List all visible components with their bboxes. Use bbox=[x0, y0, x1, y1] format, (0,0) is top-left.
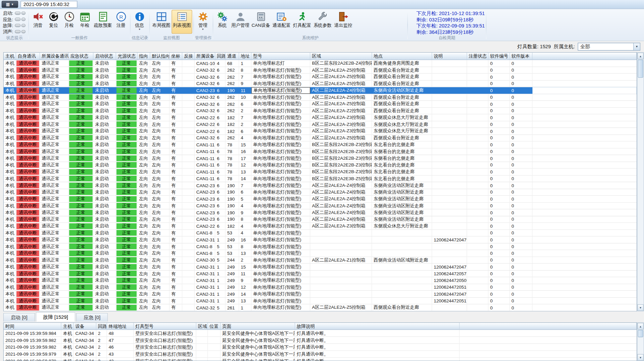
app-menu-button[interactable]: ▦ ▼ bbox=[2, 1, 18, 8]
system-button[interactable]: 系统 bbox=[214, 10, 230, 33]
table-row[interactable]: 本机通讯中断通讯正常正常未启动正常左向左向有CAN2-3262627单向地埋标志… bbox=[4, 74, 637, 80]
scroll-thumb[interactable] bbox=[638, 60, 643, 78]
table-row[interactable]: 本机通讯中断通讯正常正常未启动正常左向左向有CAN2-3262628单向地埋标志… bbox=[4, 67, 637, 74]
table-row[interactable]: 本机通讯中断通讯正常正常未启动正常左向左向有CAN1-85538单向地埋标志灯(… bbox=[4, 243, 637, 250]
tab-fault[interactable]: 故障 [1529] bbox=[36, 312, 75, 321]
table-row[interactable]: 本机通讯中断通讯正常正常未启动正常左向左向有CAN2-31124912单向地埋标… bbox=[4, 284, 637, 291]
table-row[interactable]: 本机通讯中断通讯正常正常未启动正常左向左向有CAN2-3262629单向地埋标志… bbox=[4, 80, 637, 87]
column-header[interactable]: 时间 bbox=[4, 323, 61, 330]
column-header[interactable]: 坐标 bbox=[170, 53, 182, 60]
scroll-thumb[interactable] bbox=[638, 330, 643, 337]
column-header[interactable]: 位置 bbox=[208, 323, 220, 330]
system-params-button[interactable]: 系统参数 bbox=[312, 10, 333, 33]
table-row[interactable]: 2021-09-09 15:39:59.982本机CAN2-34247壁挂安全出… bbox=[4, 337, 637, 344]
table-row[interactable]: 本机通讯中断通讯正常正常未启动正常左向左向有CAN2-3262626单向地埋标志… bbox=[4, 101, 637, 107]
table-row[interactable]: 本机通讯中断通讯正常正常未启动正常左向左向有CAN1-1167815单向地埋标志… bbox=[4, 141, 637, 148]
manage-button[interactable]: 管理▼ bbox=[195, 10, 211, 33]
fault-table-scrollbar[interactable]: ▲ ▼ bbox=[637, 322, 644, 361]
scroll-up-button[interactable]: ▲ bbox=[637, 323, 643, 330]
mute-button[interactable]: 消音 bbox=[30, 10, 46, 33]
column-header[interactable]: 终端地址 bbox=[107, 323, 134, 330]
table-row[interactable]: 2021-09-09 15:39:59.978本机CAN2-34242壁挂安全出… bbox=[4, 358, 637, 361]
scroll-down-button[interactable]: ▼ bbox=[637, 304, 643, 311]
table-row[interactable]: 本机通讯中断通讯正常正常未启动正常左向左向有CAN1-855313单向地埋标志灯… bbox=[4, 250, 637, 257]
table-row[interactable]: 本机通讯中断通讯正常正常未启动正常左向左向有CAN2-2361904单向地埋标志… bbox=[4, 203, 637, 209]
column-header[interactable]: 所属设备通讯 bbox=[40, 53, 69, 60]
register-button[interactable]: R注册 bbox=[113, 10, 129, 33]
column-header[interactable]: 故障说明 bbox=[295, 323, 460, 330]
table-row[interactable]: 本机通讯中断通讯正常正常未启动正常左向左向有CAN2-23619011单向地埋标… bbox=[4, 87, 637, 94]
user-manage-button[interactable]: 用户管理 bbox=[230, 10, 251, 33]
table-row[interactable]: 本机通讯中断通讯正常正常未启动正常左向左向有CAN2-2261824单向地埋标志… bbox=[4, 223, 637, 230]
table-row[interactable]: 本机通讯中断通讯正常正常未启动正常左向左向有CAN2-3052442单向地埋标志… bbox=[4, 257, 637, 264]
column-header[interactable]: 回路 bbox=[96, 323, 107, 330]
table-row[interactable]: 本机通讯中断通讯正常正常未启动正常左向左向有CAN2-2261822单向地埋标志… bbox=[4, 121, 637, 128]
column-header[interactable]: 自身通讯 bbox=[16, 53, 40, 60]
table-row[interactable]: 本机通讯中断通讯正常正常未启动正常左向左向有CAN2-2361909单向地埋标志… bbox=[4, 209, 637, 216]
column-header[interactable]: 注册状态 bbox=[467, 53, 489, 60]
column-header[interactable]: 设备 bbox=[74, 323, 96, 330]
main-table-scrollbar[interactable]: ▲ ▼ bbox=[637, 52, 644, 311]
can-device-button[interactable]: CAN设备 bbox=[251, 10, 271, 33]
column-header[interactable]: 所属设备 bbox=[195, 53, 215, 60]
table-row[interactable]: 2021-09-09 15:39:59.982本机CAN2-34246壁挂安全出… bbox=[4, 344, 637, 351]
table-row[interactable]: 本机通讯中断通讯正常正常未启动正常左向左向有CAN2-3112499单向地埋标志… bbox=[4, 277, 637, 284]
column-header[interactable]: 主机 bbox=[61, 323, 74, 330]
column-header[interactable]: 说明 bbox=[432, 53, 467, 60]
table-row[interactable]: 本机通讯中断通讯正常正常未启动正常左向左向有CAN1-85534单向地埋标志灯(… bbox=[4, 230, 637, 236]
column-header[interactable]: 软件版本 bbox=[510, 53, 533, 60]
table-row[interactable]: 本机通讯中断通讯正常正常未启动正常左向左向有CAN2-31124911单向地埋标… bbox=[4, 270, 637, 277]
column-header[interactable]: 区域 bbox=[310, 53, 372, 60]
annual-check-button[interactable]: 年检 bbox=[77, 10, 93, 33]
channel-config-button[interactable]: 通道配置 bbox=[271, 10, 292, 33]
table-row[interactable]: 2021-09-09 15:39:59.979本机CAN2-34243壁挂安全出… bbox=[4, 351, 637, 358]
host-filter-select[interactable]: 全部 ▼ bbox=[578, 43, 640, 50]
column-header[interactable]: 光源状态 bbox=[116, 53, 137, 60]
table-row[interactable]: 本机通讯中断通讯正常正常未启动正常左向左向有CAN2-32626210单向地埋标… bbox=[4, 94, 637, 101]
table-row[interactable]: 本机通讯中断通讯正常正常未启动正常左向左向有CAN2-3262622单向地埋标志… bbox=[4, 107, 637, 114]
column-header[interactable]: 主机 bbox=[4, 53, 16, 60]
table-row[interactable]: 本机通讯中断通讯正常正常未启动正常左向左向有CAN1-1167817单向地埋标志… bbox=[4, 155, 637, 162]
tab-emergency[interactable]: 应急 [0] bbox=[76, 313, 108, 322]
table-row[interactable]: 本机通讯中断通讯正常正常未启动正常左向左向有CAN1-1167816单向地埋标志… bbox=[4, 148, 637, 155]
table-row[interactable]: 本机通讯中断通讯正常正常未启动正常左向左向有CAN2-2361908单向地埋标志… bbox=[4, 216, 637, 223]
column-header[interactable]: 应急状态 bbox=[69, 53, 93, 60]
column-header[interactable]: 地址 bbox=[239, 53, 252, 60]
column-header[interactable]: 地点 bbox=[372, 53, 432, 60]
column-header[interactable]: 默认指向 bbox=[150, 53, 170, 60]
chevron-down-icon[interactable]: ▼ bbox=[633, 43, 640, 50]
column-header[interactable]: 软件编号 bbox=[489, 53, 510, 60]
monthly-check-button[interactable]: 月检 bbox=[61, 10, 77, 33]
table-row[interactable]: 本机通讯中断通讯正常正常未启动正常左向左向有CAN2-2261827单向地埋标志… bbox=[4, 114, 637, 121]
table-row[interactable]: 本机通讯中断通讯正常正常未启动正常左向左向有CAN1-1167812单向地埋标志… bbox=[4, 162, 637, 168]
table-row[interactable]: 本机通讯中断通讯正常正常未启动正常左向左向有CAN2-2361905单向地埋标志… bbox=[4, 196, 637, 203]
table-row[interactable]: 2021-09-09 15:39:59.984本机CAN2-34248壁挂安全出… bbox=[4, 330, 637, 337]
column-header[interactable]: 回路 bbox=[215, 53, 226, 60]
tab-start[interactable]: 启动 [0] bbox=[3, 313, 35, 322]
evacuation-plan-button[interactable]: 疏散预案 bbox=[92, 10, 113, 33]
layout-view-button[interactable]: 布局视图 bbox=[151, 10, 172, 33]
table-row[interactable]: 本机通讯中断通讯正常正常未启动正常左向左向有CAN2-31124916单向地埋标… bbox=[4, 236, 637, 243]
table-row[interactable]: 本机通讯中断通讯正常正常未启动正常左向左向有CAN2-2361907单向地埋标志… bbox=[4, 182, 637, 189]
scroll-up-button[interactable]: ▲ bbox=[637, 53, 643, 59]
table-row[interactable]: 本机通讯中断通讯正常正常未启动正常左向左向有CAN2-31124914单向地埋标… bbox=[4, 291, 637, 297]
info-button[interactable]: 信息▼ bbox=[132, 10, 147, 33]
table-row[interactable]: 本机通讯中断通讯正常正常未启动正常左向左向有CAN1-104681单向地埋标志灯… bbox=[4, 60, 637, 67]
table-row[interactable]: 本机通讯中断通讯正常正常未启动正常左向左向有CAN1-1167814单向地埋标志… bbox=[4, 175, 637, 182]
exit-monitor-button[interactable]: 退出监控 bbox=[333, 10, 353, 33]
table-row[interactable]: 本机通讯中断通讯正常正常未启动正常左向左向有CAN2-31124913单向地埋标… bbox=[4, 298, 637, 304]
reset-button[interactable]: 复位 bbox=[46, 10, 61, 33]
table-row[interactable]: 本机通讯中断通讯正常正常未启动正常左向左向有CAN1-1167813单向地埋标志… bbox=[4, 169, 637, 175]
column-header[interactable]: 型号 bbox=[251, 53, 310, 60]
list-view-button[interactable]: 列表视图 bbox=[172, 10, 192, 33]
scroll-down-button[interactable]: ▼ bbox=[637, 354, 643, 361]
table-row[interactable]: 本机通讯中断通讯正常正常未启动正常左向左向有CAN2-2261826单向地埋标志… bbox=[4, 128, 637, 135]
table-row[interactable]: 本机通讯中断通讯正常正常未启动正常左向左向有CAN2-31124915单向地埋标… bbox=[4, 264, 637, 270]
column-header[interactable]: 页面 bbox=[220, 323, 295, 330]
column-header[interactable]: 启动状态 bbox=[93, 53, 116, 60]
column-header[interactable]: 指向 bbox=[137, 53, 150, 60]
lamp-config-button[interactable]: 灯具配置 bbox=[292, 10, 312, 33]
table-row[interactable]: 本机通讯中断通讯正常正常未启动正常左向左向有CAN2-3262624单向地埋标志… bbox=[4, 135, 637, 141]
table-row[interactable]: 本机通讯中断通讯正常正常未启动正常左向左向有CAN2-2361906单向地埋标志… bbox=[4, 189, 637, 196]
column-header[interactable]: 区域 bbox=[196, 323, 208, 330]
